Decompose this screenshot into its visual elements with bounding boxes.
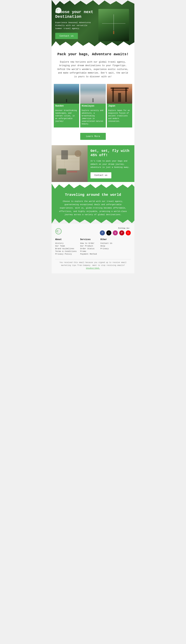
hero-section: C Choose your next Destination Experienc… — [52, 0, 134, 46]
follow-label: Follow Us: — [118, 227, 130, 229]
travel-torn-bottom — [52, 218, 134, 224]
destination-japan: Japan Explore Japan for an exquisite fus… — [107, 84, 132, 128]
other-privacy-link[interactable]: Privacy — [100, 248, 112, 250]
about-team-link[interactable]: Our Team — [55, 245, 77, 247]
svg-rect-4 — [111, 88, 128, 89]
learn-more-section: Learn More — [52, 129, 134, 144]
services-payment-link[interactable]: Payment Method — [80, 253, 97, 255]
svg-rect-14 — [67, 171, 77, 172]
other-heading: Other — [100, 238, 112, 241]
about-heading: About — [55, 238, 77, 241]
services-promo-link[interactable]: Promo — [80, 250, 97, 252]
about-privacy-link[interactable]: Privacy Policy — [55, 253, 77, 255]
footer-about-col: About History Our Team Brand Guidelines … — [55, 238, 77, 256]
hero-subtitle: Experience Seasonal Adventures Globally … — [55, 21, 95, 30]
services-how-link[interactable]: How to Order — [80, 242, 97, 244]
svg-rect-6 — [118, 93, 121, 102]
pack-heading-section: Pack your bags, Adventure awaits! — [52, 46, 134, 58]
twitter-icon[interactable]: ✕ — [106, 230, 111, 236]
learn-more-button[interactable]: Learn More — [80, 133, 106, 140]
hero-title: Choose your next Destination — [55, 10, 95, 19]
svg-rect-11 — [61, 150, 68, 160]
facebook-icon[interactable]: f — [100, 230, 105, 236]
services-product-link[interactable]: Our Product — [80, 245, 97, 247]
travel-title: Traveling around the world — [57, 193, 129, 197]
pack-title: Pack your bags, Adventure awaits! — [55, 52, 131, 57]
pinterest-icon[interactable]: P — [119, 230, 124, 236]
himalayas-image-container — [80, 84, 106, 104]
japan-image — [107, 84, 132, 104]
svg-point-13 — [75, 150, 81, 157]
sweden-image-container — [54, 84, 79, 104]
hero-contact-button[interactable]: Contact us — [55, 33, 78, 39]
disclaimer-text: You received this email because you sign… — [60, 262, 126, 266]
sweden-description: Uncover breathtaking landscapes, and vib… — [54, 108, 79, 128]
footer-logo: C — [55, 228, 62, 234]
promo-title: Get, set, fly with 45% off! — [90, 149, 132, 158]
footer: C Follow Us: f ✕ ◉ P ▶ About History Ou — [52, 224, 134, 274]
japan-description: Explore Japan for an exquisite fusion of… — [107, 108, 132, 128]
about-history-link[interactable]: History — [55, 242, 77, 244]
hero-content: Choose your next Destination Experience … — [55, 10, 95, 39]
services-status-link[interactable]: Order Status — [80, 248, 97, 250]
svg-rect-5 — [111, 90, 128, 91]
himalayas-description: Explore serenity and adventure, a breath… — [80, 108, 106, 128]
promo-contact-button[interactable]: Contact us — [90, 172, 111, 178]
other-contact-link[interactable]: Contact Us — [100, 242, 112, 244]
promo-text: It's time to pack your bags and embark o… — [90, 160, 132, 169]
svg-text:C: C — [56, 230, 59, 233]
email-container: C Choose your next Destination Experienc… — [52, 0, 134, 274]
svg-rect-12 — [58, 168, 66, 174]
japan-label: Japan — [107, 104, 132, 108]
promo-content: Get, set, fly with 45% off! It's time to… — [87, 145, 134, 182]
japan-image-container — [107, 84, 132, 104]
unsubscribe-link[interactable]: Unsubscribed. — [86, 267, 100, 269]
footer-services-col: Services How to Order Our Product Order … — [80, 238, 97, 256]
promo-banner: Get, set, fly with 45% off! It's time to… — [52, 145, 134, 182]
services-heading: Services — [80, 238, 97, 241]
about-terms-link[interactable]: Terms & Conditions — [55, 250, 77, 252]
promo-image — [52, 145, 87, 182]
destinations-grid: Sweden Uncover breathtaking landscapes, … — [52, 82, 134, 129]
footer-links: About History Our Team Brand Guidelines … — [55, 238, 131, 256]
social-icons: f ✕ ◉ P ▶ — [100, 230, 131, 236]
svg-rect-7 — [56, 155, 80, 170]
sweden-label: Sweden — [54, 104, 79, 108]
footer-other-col: Other Contact Us Help Privacy — [100, 238, 112, 256]
instagram-icon[interactable]: ◉ — [113, 230, 118, 236]
travel-section: Traveling around the world Choose to exp… — [52, 184, 134, 224]
footer-divider — [55, 259, 131, 260]
himalayas-label: Himalayas — [80, 104, 106, 108]
destination-sweden: Sweden Uncover breathtaking landscapes, … — [54, 84, 79, 128]
other-help-link[interactable]: Help — [100, 245, 112, 247]
about-brand-link[interactable]: Brand Guidelines — [55, 248, 77, 250]
travel-text: Choose to explore the world with our tra… — [57, 200, 129, 216]
travel-torn-top — [52, 184, 134, 189]
pack-body: Explore new horizons with our global tra… — [52, 58, 134, 82]
footer-top: C Follow Us: f ✕ ◉ P ▶ — [55, 227, 131, 236]
footer-disclaimer: You received this email because you sign… — [55, 261, 131, 270]
destination-himalayas: Himalayas Explore serenity and adventure… — [80, 84, 106, 128]
youtube-icon[interactable]: ▶ — [126, 230, 131, 236]
